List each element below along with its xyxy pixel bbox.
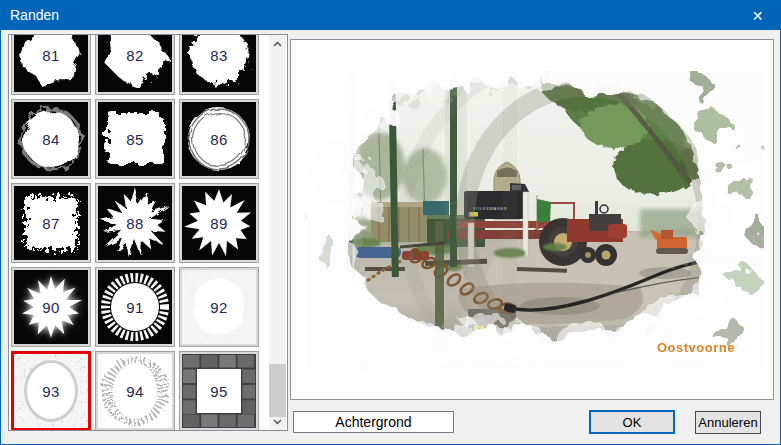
preview-pane: VOLKSWAGENOostvoorne [290,39,774,400]
thumbnail-number: 81 [12,35,90,94]
scroll-up-icon[interactable] [269,35,286,52]
thumbnail-number: 89 [180,184,258,262]
close-icon[interactable]: ✕ [735,1,780,30]
border-thumbnail[interactable]: 88 [95,183,175,263]
thumbnail-number: 87 [12,184,90,262]
border-thumbnail[interactable]: 92 [179,267,259,347]
thumbnail-number: 91 [96,268,174,346]
border-thumbnail[interactable]: 86 [179,99,259,179]
border-thumbnail[interactable]: 81 [11,35,91,95]
preview-photo: VOLKSWAGENOostvoorne [305,71,764,369]
thumbnail-number: 86 [180,100,258,178]
scroll-down-icon[interactable] [269,413,286,430]
achtergrond-field[interactable]: Achtergrond [293,411,454,433]
thumbnail-number: 90 [12,268,90,346]
thumbnail-number: 84 [12,100,90,178]
border-thumbnail[interactable]: 91 [95,267,175,347]
border-thumbnail[interactable]: 94 [95,351,175,430]
border-thumbnail-panel: 818283848586878889909192939495 [8,34,288,431]
border-thumbnail[interactable]: 83 [179,35,259,95]
border-thumbnail[interactable]: 90 [11,267,91,347]
border-thumbnail[interactable]: 87 [11,183,91,263]
border-thumbnail[interactable]: 95 [179,351,259,430]
randen-dialog: Randen ✕ 818283848586878889909192939495 … [0,0,781,445]
thumbnail-number: 85 [96,100,174,178]
thumbnail-number: 93 [14,354,88,428]
thumbnail-number: 94 [96,352,174,430]
thumbnail-scrollbar[interactable] [269,35,286,430]
thumbnail-number: 92 [180,268,258,346]
ok-button[interactable]: OK [589,410,675,434]
scrollbar-thumb[interactable] [269,364,286,417]
dialog-title: Randen [10,1,59,30]
border-thumbnail-grid: 818283848586878889909192939495 [11,35,259,430]
border-thumbnail[interactable]: 89 [179,183,259,263]
border-thumbnail[interactable]: 84 [11,99,91,179]
thumbnail-number: 88 [96,184,174,262]
cancel-button[interactable]: Annuleren [695,411,761,434]
border-thumbnail[interactable]: 82 [95,35,175,95]
thumbnail-number: 95 [180,352,258,430]
thumbnail-number: 82 [96,35,174,94]
thumbnail-viewport: 818283848586878889909192939495 [9,35,269,430]
photo-watermark: Oostvoorne [657,340,735,355]
titlebar: Randen ✕ [1,1,780,30]
border-thumbnail[interactable]: 85 [95,99,175,179]
thumbnail-number: 83 [180,35,258,94]
border-thumbnail-selected[interactable]: 93 [11,351,91,430]
